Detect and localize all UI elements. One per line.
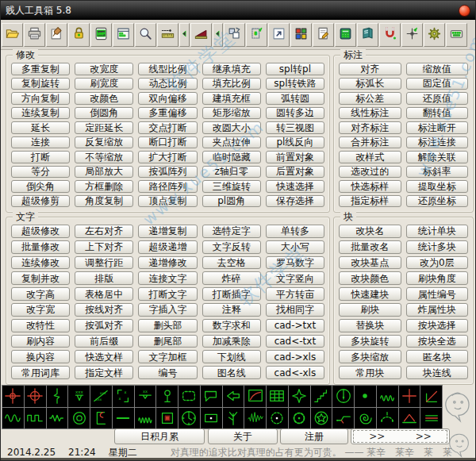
modify-button[interactable]: 继承填充 xyxy=(202,63,261,75)
block-button[interactable]: 改块颜色 xyxy=(339,271,401,285)
sprocket-dotted-icon[interactable] xyxy=(267,408,288,429)
tool-dropdown-arrow-button[interactable] xyxy=(179,23,190,47)
break-line-icon[interactable] xyxy=(47,386,68,407)
modify-button[interactable]: 刷宽度 xyxy=(75,78,133,90)
weld-symbol-icon[interactable]: xxx xyxy=(68,386,90,407)
modify-button[interactable]: 顶点复制 xyxy=(138,195,197,208)
titlebar[interactable]: 贱人工具箱 5.8 xyxy=(1,1,475,20)
revision-cloud-icon[interactable] xyxy=(178,386,200,407)
gauge-needle-icon[interactable] xyxy=(332,386,354,407)
modify-button[interactable]: 夹点拉伸 xyxy=(202,136,261,149)
modify-button[interactable]: 扩大打断 xyxy=(138,151,197,163)
block-button[interactable]: 改块名 xyxy=(339,225,401,238)
dimension-button[interactable]: 固定值 xyxy=(406,78,469,90)
modify-button[interactable]: 动态比例 xyxy=(138,78,197,90)
axis-cross-icon[interactable] xyxy=(399,386,420,407)
modify-button[interactable]: 局部放大 xyxy=(75,166,133,179)
modify-button[interactable]: 按弧阵列 xyxy=(138,166,197,179)
text-button[interactable]: 排版 xyxy=(75,271,133,285)
text-button[interactable]: 快选文样 xyxy=(75,350,133,363)
modify-button[interactable]: 角度复制 xyxy=(75,195,133,208)
text-button[interactable]: 选特定字 xyxy=(202,225,261,238)
modify-button[interactable]: 连接 xyxy=(11,136,70,149)
modify-button[interactable]: 双向偏移 xyxy=(138,92,197,105)
arrow-left-icon[interactable] xyxy=(223,386,244,407)
text-button[interactable]: 常用词库 xyxy=(11,366,70,379)
text-button[interactable]: 字插入字 xyxy=(138,303,197,317)
text-button[interactable]: 递增复制 xyxy=(138,225,197,238)
text-button[interactable]: 递增修改 xyxy=(138,256,197,270)
dimension-button[interactable]: 提取坐标 xyxy=(406,180,469,193)
modify-button[interactable]: 倒尖角 xyxy=(11,180,70,193)
register-button[interactable]: 注册 xyxy=(280,428,348,444)
center-target-icon[interactable] xyxy=(25,386,46,407)
tool-select-box-button[interactable]: 8 xyxy=(246,23,267,47)
about-button[interactable]: 关于 xyxy=(208,428,278,444)
modify-button[interactable]: 等分 xyxy=(11,166,70,179)
tool-form-window-button[interactable] xyxy=(113,23,134,47)
tool-brush-button[interactable] xyxy=(46,23,67,47)
modify-button[interactable]: 临时隐藏 xyxy=(202,151,261,163)
block-button[interactable]: 改块基点 xyxy=(339,256,401,270)
tool-keyboard-button[interactable] xyxy=(446,23,467,47)
modify-button[interactable]: 反复缩放 xyxy=(75,136,133,149)
dimension-button[interactable]: 对齐 xyxy=(339,63,401,75)
seismic-wave-icon[interactable] xyxy=(244,408,266,429)
modify-button[interactable]: 交点打断 xyxy=(138,121,197,134)
dimension-button[interactable]: 解除关联 xyxy=(406,151,469,163)
arc-dimension-icon[interactable] xyxy=(377,408,398,429)
modify-button[interactable]: 超级修剪 xyxy=(11,195,70,208)
dimension-button[interactable]: 标注断开 xyxy=(406,121,469,134)
dimension-button[interactable]: 指定标样 xyxy=(339,195,401,208)
center-dot-box-icon[interactable] xyxy=(201,408,222,429)
red-square-icon[interactable] xyxy=(156,408,178,429)
tool-open-folder-button[interactable] xyxy=(2,23,23,47)
leader-bubble-icon[interactable] xyxy=(201,386,222,407)
tool-magnet-button[interactable] xyxy=(379,23,401,47)
dimension-button[interactable]: 合并标注 xyxy=(339,136,401,149)
block-button[interactable]: 多块旋转 xyxy=(339,335,401,348)
rings-icon[interactable] xyxy=(68,408,90,429)
spring-coil-icon[interactable] xyxy=(377,386,398,407)
text-button[interactable]: 下划线 xyxy=(202,350,261,363)
axis-crosshair-icon[interactable] xyxy=(2,386,24,407)
text-button[interactable]: 左右对齐 xyxy=(75,225,133,238)
peak-roof-icon[interactable] xyxy=(399,408,420,429)
text-button[interactable]: 超级递增 xyxy=(138,240,197,254)
dimension-button[interactable]: 对齐标注 xyxy=(339,121,401,134)
sprocket-icon[interactable] xyxy=(289,408,310,429)
modify-button[interactable]: 改宽度 xyxy=(75,63,133,75)
modify-button[interactable]: 填充比例 xyxy=(202,78,261,90)
tool-notebook-button[interactable] xyxy=(357,23,378,47)
dimension-button[interactable]: 线性标注 xyxy=(339,107,401,120)
dimension-button[interactable]: 改样式 xyxy=(339,151,401,163)
tool-dropdown-arrow-button[interactable] xyxy=(213,23,223,47)
text-button[interactable]: 上下对齐 xyxy=(75,240,133,254)
parallel-lines-icon[interactable] xyxy=(420,408,442,429)
block-button[interactable]: 批量改名 xyxy=(339,240,401,254)
block-button[interactable]: 块连线 xyxy=(406,366,469,379)
text-button[interactable]: 删尾部 xyxy=(138,335,197,348)
modify-button[interactable]: 快速选择 xyxy=(266,180,324,193)
text-button[interactable]: 改字宽 xyxy=(11,303,70,317)
dimension-button[interactable]: 标斜率 xyxy=(406,166,469,179)
text-button[interactable]: cad->xls xyxy=(266,350,324,363)
block-button[interactable]: 匿名块 xyxy=(406,350,469,363)
clock-icon[interactable] xyxy=(178,408,200,429)
modify-button[interactable]: 建填充框 xyxy=(202,92,261,105)
section-hook-icon[interactable] xyxy=(90,408,112,429)
tool-printer-button[interactable] xyxy=(24,23,45,47)
close-button[interactable] xyxy=(459,5,470,17)
text-button[interactable]: 单转多 xyxy=(266,225,324,238)
tool-slope-button[interactable] xyxy=(190,23,212,47)
text-button[interactable]: 调整行距 xyxy=(75,256,133,270)
modify-button[interactable]: 前置对象 xyxy=(266,151,324,163)
text-button[interactable]: 按线对齐 xyxy=(75,303,133,317)
text-button[interactable]: 连续修改 xyxy=(11,256,70,270)
modify-button[interactable]: 方向复制 xyxy=(11,92,70,105)
table-grid-icon[interactable] xyxy=(267,386,288,407)
block-button[interactable]: 快速建块 xyxy=(339,287,401,301)
modify-button[interactable]: 线型比例 xyxy=(138,63,197,75)
text-button[interactable]: 指定文样 xyxy=(75,366,133,379)
modify-button[interactable]: 不等缩放 xyxy=(75,151,133,163)
